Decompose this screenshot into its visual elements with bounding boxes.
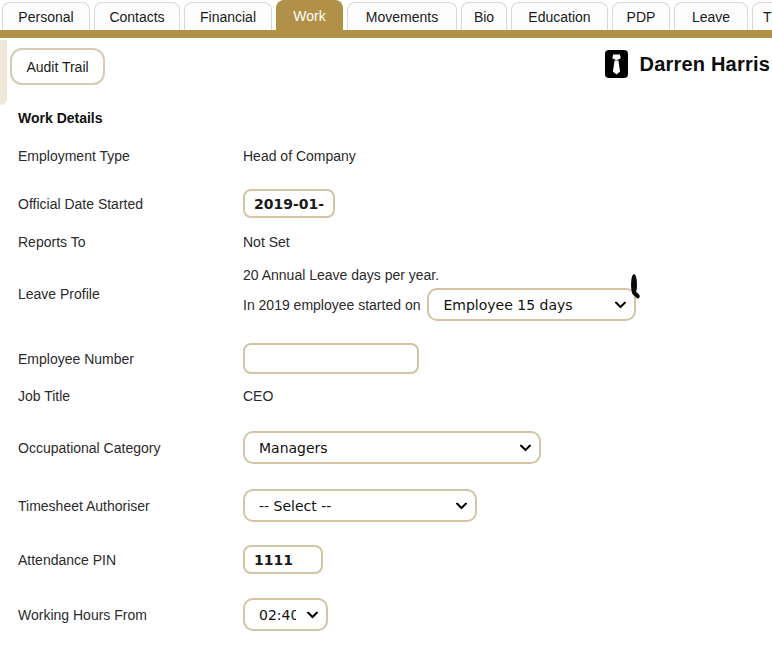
gold-accent-bar xyxy=(0,30,772,38)
employee-number-label: Employee Number xyxy=(18,351,243,367)
tab-contacts[interactable]: Contacts xyxy=(94,2,180,30)
employment-type-value: Head of Company xyxy=(243,148,356,164)
working-hours-from-select-wrap: 02:40 xyxy=(243,598,328,631)
occupational-category-label: Occupational Category xyxy=(18,440,243,456)
leave-profile-start-text: In 2019 employee started on xyxy=(243,297,420,313)
search-icon xyxy=(631,274,637,295)
employment-type-label: Employment Type xyxy=(18,148,243,164)
row-reports-to: Reports To Not Set xyxy=(0,232,772,252)
row-official-date-started: Official Date Started xyxy=(0,189,772,218)
row-job-title: Job Title CEO xyxy=(0,386,772,406)
attendance-pin-input[interactable] xyxy=(243,545,323,574)
tab-movements[interactable]: Movements xyxy=(347,2,457,30)
section-title-work-details: Work Details xyxy=(18,110,772,126)
working-hours-from-label: Working Hours From xyxy=(18,607,243,623)
leave-profile-label: Leave Profile xyxy=(18,286,243,302)
leave-profile-value: 20 Annual Leave days per year. In 2019 e… xyxy=(243,267,713,321)
job-title-label: Job Title xyxy=(18,388,243,404)
employee-name: Darren Harris xyxy=(640,53,770,76)
row-timesheet-authoriser: Timesheet Authoriser -- Select -- xyxy=(0,489,772,522)
tab-truncated[interactable]: T xyxy=(752,2,772,30)
attendance-pin-label: Attendance PIN xyxy=(18,552,243,568)
timesheet-authoriser-label: Timesheet Authoriser xyxy=(18,498,243,514)
occupational-category-select-wrap: Managers xyxy=(243,431,541,464)
working-hours-from-select[interactable]: 02:40 xyxy=(243,598,328,631)
tab-financial[interactable]: Financial xyxy=(184,2,272,30)
leave-profile-search-button[interactable] xyxy=(621,271,647,297)
employee-number-input[interactable] xyxy=(243,343,419,374)
tie-icon xyxy=(605,50,628,78)
tab-education[interactable]: Education xyxy=(511,2,608,30)
tab-strip: Personal Contacts Financial Work Movemen… xyxy=(2,2,772,30)
tab-bio[interactable]: Bio xyxy=(461,2,507,30)
row-attendance-pin: Attendance PIN xyxy=(0,545,772,574)
tab-personal[interactable]: Personal xyxy=(2,2,90,30)
work-details-form: Employment Type Head of Company Official… xyxy=(0,146,772,631)
timesheet-authoriser-select-wrap: -- Select -- xyxy=(243,489,477,522)
row-employee-number: Employee Number xyxy=(0,343,772,374)
row-occupational-category: Occupational Category Managers xyxy=(0,431,772,464)
tab-leave[interactable]: Leave xyxy=(674,2,748,30)
employee-identity: Darren Harris xyxy=(605,50,770,78)
page-header: Audit Trail Darren Harris xyxy=(0,38,772,100)
tab-work[interactable]: Work xyxy=(276,0,343,30)
row-leave-profile: Leave Profile 20 Annual Leave days per y… xyxy=(0,267,772,321)
tab-pdp[interactable]: PDP xyxy=(612,2,670,30)
row-working-hours-from: Working Hours From 02:40 xyxy=(0,598,772,631)
occupational-category-select[interactable]: Managers xyxy=(243,431,541,464)
tab-bar: Personal Contacts Financial Work Movemen… xyxy=(0,0,772,38)
official-date-started-label: Official Date Started xyxy=(18,196,243,212)
reports-to-label: Reports To xyxy=(18,234,243,250)
job-title-value: CEO xyxy=(243,388,273,404)
reports-to-value: Not Set xyxy=(243,234,290,250)
timesheet-authoriser-select[interactable]: -- Select -- xyxy=(243,489,477,522)
row-employment-type: Employment Type Head of Company xyxy=(0,146,772,166)
leave-profile-select-wrap: Employee 15 days xyxy=(427,288,636,321)
leave-profile-select[interactable]: Employee 15 days xyxy=(427,288,636,321)
audit-trail-button[interactable]: Audit Trail xyxy=(10,48,105,85)
official-date-started-input[interactable] xyxy=(243,189,335,218)
